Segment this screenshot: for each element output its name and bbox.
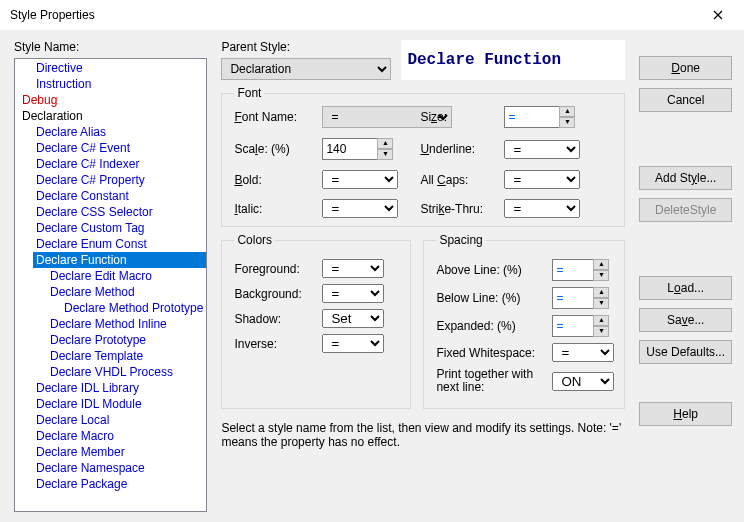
tree-item[interactable]: Declare Edit Macro [47, 268, 206, 284]
tree-item[interactable]: Declare Function [33, 252, 206, 268]
font-bold-select[interactable]: = [322, 170, 398, 189]
add-style-button[interactable]: Add Style... [639, 166, 732, 190]
save-button[interactable]: Save... [639, 308, 732, 332]
tree-item[interactable]: Declare C# Indexer [33, 156, 206, 172]
help-text: Select a style name from the list, then … [221, 421, 625, 449]
fg-label: Foreground: [234, 262, 316, 276]
bg-label: Background: [234, 287, 316, 301]
expanded-input[interactable] [552, 315, 594, 337]
close-icon [713, 10, 723, 20]
spacing-legend: Spacing [436, 233, 485, 247]
tree-item[interactable]: Declare Method [47, 284, 206, 300]
tree-item[interactable]: Declare IDL Module [33, 396, 206, 412]
font-size-field[interactable]: ▲▼ [504, 106, 594, 128]
tree-item[interactable]: Declare VHDL Process [47, 364, 206, 380]
fixed-ws-label: Fixed Whitespace: [436, 346, 546, 360]
tree-item[interactable]: Declare Custom Tag [33, 220, 206, 236]
tree-item[interactable]: Declare Macro [33, 428, 206, 444]
tree-item[interactable]: Declare Enum Const [33, 236, 206, 252]
tree-item[interactable]: Declare IDL Library [33, 380, 206, 396]
print-together-select[interactable]: ON [552, 372, 614, 391]
inverse-label: Inverse: [234, 337, 316, 351]
font-italic-select[interactable]: = [322, 199, 398, 218]
style-tree[interactable]: DirectiveInstructionDebugDeclarationDecl… [15, 59, 206, 511]
font-size-label: Size: [420, 110, 496, 124]
font-name-label: Font Name: [234, 110, 314, 124]
style-name-label: Style Name: [14, 40, 207, 54]
tree-item[interactable]: Declare Alias [33, 124, 206, 140]
below-line-input[interactable] [552, 287, 594, 309]
font-strike-select[interactable]: = [504, 199, 580, 218]
tree-item[interactable]: Declare Constant [33, 188, 206, 204]
inverse-select[interactable]: = [322, 334, 384, 353]
below-line-label: Below Line: (%) [436, 291, 546, 305]
colors-legend: Colors [234, 233, 275, 247]
tree-item[interactable]: Declare Package [33, 476, 206, 492]
titlebar: Style Properties [0, 0, 744, 30]
shadow-select[interactable]: Set [322, 309, 384, 328]
tree-item[interactable]: Declare Local [33, 412, 206, 428]
close-button[interactable] [696, 0, 740, 30]
above-line-input[interactable] [552, 259, 594, 281]
tree-item[interactable]: Debug [19, 92, 206, 108]
font-underline-select[interactable]: = [504, 140, 580, 159]
font-allcaps-label: All Caps: [420, 173, 496, 187]
font-bold-label: Bold: [234, 173, 314, 187]
dialog-style-properties: Style Properties Style Name: DirectiveIn… [0, 0, 744, 522]
delete-style-button[interactable]: Delete Style [639, 198, 732, 222]
font-scale-input[interactable] [322, 138, 378, 160]
expanded-label: Expanded: (%) [436, 319, 546, 333]
tree-item[interactable]: Declare Prototype [47, 332, 206, 348]
tree-item[interactable]: Declare Method Inline [47, 316, 206, 332]
tree-item[interactable]: Declare Member [33, 444, 206, 460]
cancel-button[interactable]: Cancel [639, 88, 732, 112]
font-scale-stepper[interactable]: ▲▼ [377, 138, 393, 160]
use-defaults-button[interactable]: Use Defaults... [639, 340, 732, 364]
above-line-field[interactable]: ▲▼ [552, 259, 609, 281]
font-allcaps-select[interactable]: = [504, 170, 580, 189]
spacing-group: Spacing Above Line: (%) ▲▼ Below Line: (… [423, 233, 625, 409]
tree-item[interactable]: Directive [33, 60, 206, 76]
shadow-label: Shadow: [234, 312, 316, 326]
done-button[interactable]: Done [639, 56, 732, 80]
dialog-body: Style Name: DirectiveInstructionDebugDec… [0, 30, 744, 522]
tree-item[interactable]: Declare Template [47, 348, 206, 364]
font-legend: Font [234, 86, 264, 100]
above-line-label: Above Line: (%) [436, 263, 546, 277]
style-preview: Declare Function [401, 40, 625, 80]
font-scale-label: Scale: (%) [234, 142, 314, 156]
font-scale-field[interactable]: ▲▼ [322, 138, 412, 160]
font-underline-label: Underline: [420, 142, 496, 156]
font-group: Font Font Name: = Size: ▲▼ Scale: (%) ▲▼… [221, 86, 625, 227]
style-tree-panel: Style Name: DirectiveInstructionDebugDec… [14, 40, 207, 512]
parent-style-label: Parent Style: [221, 40, 391, 54]
font-italic-label: Italic: [234, 202, 314, 216]
print-together-label: Print together with next line: [436, 368, 546, 394]
below-line-field[interactable]: ▲▼ [552, 287, 609, 309]
tree-item[interactable]: Declare Method Prototype [61, 300, 206, 316]
bg-select[interactable]: = [322, 284, 384, 303]
window-title: Style Properties [10, 8, 696, 22]
style-tree-wrap: DirectiveInstructionDebugDeclarationDecl… [14, 58, 207, 512]
buttons-panel: Done Cancel Add Style... Delete Style Lo… [639, 40, 732, 512]
expanded-field[interactable]: ▲▼ [552, 315, 609, 337]
settings-panel: Parent Style: Declaration Declare Functi… [221, 40, 625, 512]
font-size-stepper[interactable]: ▲▼ [559, 106, 575, 128]
tree-item[interactable]: Declaration [19, 108, 206, 124]
font-strike-label: Strike-Thru: [420, 202, 496, 216]
colors-group: Colors Foreground: = Background: = Shado… [221, 233, 411, 409]
fixed-ws-select[interactable]: = [552, 343, 614, 362]
tree-item[interactable]: Declare Namespace [33, 460, 206, 476]
help-button[interactable]: Help [639, 402, 732, 426]
fg-select[interactable]: = [322, 259, 384, 278]
parent-style-block: Parent Style: Declaration [221, 40, 391, 80]
font-size-input[interactable] [504, 106, 560, 128]
tree-item[interactable]: Declare CSS Selector [33, 204, 206, 220]
load-button[interactable]: Load... [639, 276, 732, 300]
tree-item[interactable]: Declare C# Event [33, 140, 206, 156]
parent-style-select[interactable]: Declaration [221, 58, 391, 80]
tree-item[interactable]: Instruction [33, 76, 206, 92]
tree-item[interactable]: Declare C# Property [33, 172, 206, 188]
